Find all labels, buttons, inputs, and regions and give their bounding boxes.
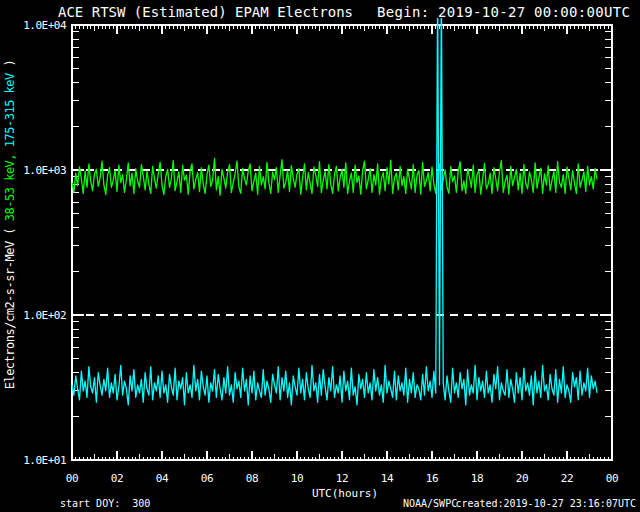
x-tick-label: 14: [381, 472, 394, 485]
series-line-175-315-kev: [72, 0, 597, 405]
x-tick-label: 06: [201, 472, 214, 485]
x-tick-label: 02: [111, 472, 124, 485]
plot-begin-timestamp: Begin: 2019-10-27 00:00:00UTC: [377, 4, 630, 20]
x-tick-label: 10: [291, 472, 304, 485]
x-tick-label: 08: [246, 472, 259, 485]
y-tick-label: 1.0E+01: [23, 454, 66, 467]
x-tick-label: 04: [156, 472, 169, 485]
y-axis-unit-suffix: ): [3, 60, 17, 73]
plot-title: ACE RTSW (Estimated) EPAM Electrons: [58, 4, 353, 20]
x-tick-label: 20: [516, 472, 529, 485]
y-axis-band2-label: 175-315 keV: [3, 73, 17, 154]
series-line-38-53-kev: [72, 159, 597, 196]
gridlines: [72, 170, 612, 315]
data-series: [72, 0, 597, 405]
x-tick-label: 18: [471, 472, 484, 485]
epam-electrons-plot: ACE RTSW (Estimated) EPAM Electrons Begi…: [0, 0, 640, 512]
y-axis-band1-label: 38-53 keV,: [3, 154, 17, 221]
created-timestamp: created:2019-10-27 23:16:07UTC: [455, 498, 636, 509]
axis-tick-labels: 000204060810121416182022001.0E+041.0E+03…: [23, 19, 618, 485]
y-axis-unit-prefix: Electrons/cm2-s-sr-MeV (: [3, 221, 17, 389]
x-tick-label: 00: [66, 472, 79, 485]
chart-canvas: 000204060810121416182022001.0E+041.0E+03…: [0, 0, 640, 512]
x-tick-label: 22: [561, 472, 574, 485]
x-tick-label: 12: [336, 472, 349, 485]
x-tick-label: 00: [606, 472, 619, 485]
agency-label: NOAA/SWPC: [403, 498, 457, 509]
x-tick-label: 16: [426, 472, 439, 485]
start-doy-label: start DOY: 300: [60, 498, 150, 509]
y-axis-label: Electrons/cm2-s-sr-MeV ( 38-53 keV, 175-…: [0, 60, 31, 416]
x-axis-label: UTC(hours): [312, 487, 378, 500]
y-tick-label: 1.0E+04: [23, 19, 67, 32]
